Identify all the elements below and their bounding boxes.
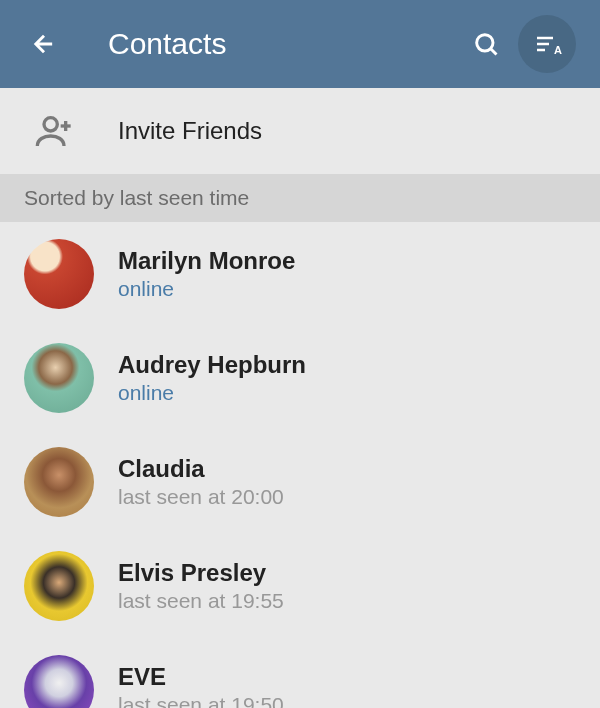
contact-info: Elvis Presley last seen at 19:55 [118, 559, 284, 613]
search-icon [472, 30, 500, 58]
sort-alpha-icon: A [531, 28, 563, 60]
search-button[interactable] [466, 24, 506, 64]
invite-friends-row[interactable]: Invite Friends [0, 88, 600, 174]
contact-name: EVE [118, 663, 284, 691]
back-arrow-icon [30, 30, 58, 58]
sort-button[interactable]: A [518, 15, 576, 73]
invite-friends-label: Invite Friends [118, 117, 262, 145]
contact-row[interactable]: Marilyn Monroe online [0, 222, 600, 326]
contact-info: Claudia last seen at 20:00 [118, 455, 284, 509]
contact-row[interactable]: Elvis Presley last seen at 19:55 [0, 534, 600, 638]
contact-row[interactable]: Claudia last seen at 20:00 [0, 430, 600, 534]
contact-status: online [118, 381, 306, 405]
contact-info: EVE last seen at 19:50 [118, 663, 284, 708]
contacts-list: Marilyn Monroe online Audrey Hepburn onl… [0, 222, 600, 708]
contact-status: last seen at 19:55 [118, 589, 284, 613]
contact-name: Audrey Hepburn [118, 351, 306, 379]
contact-name: Claudia [118, 455, 284, 483]
avatar [24, 239, 94, 309]
avatar [24, 343, 94, 413]
contact-status: last seen at 20:00 [118, 485, 284, 509]
contact-status: last seen at 19:50 [118, 693, 284, 708]
back-button[interactable] [24, 24, 64, 64]
svg-point-0 [477, 35, 493, 51]
contact-name: Marilyn Monroe [118, 247, 295, 275]
contact-info: Audrey Hepburn online [118, 351, 306, 405]
contact-name: Elvis Presley [118, 559, 284, 587]
sort-label: Sorted by last seen time [0, 174, 600, 222]
page-title: Contacts [108, 27, 466, 61]
contact-row[interactable]: Audrey Hepburn online [0, 326, 600, 430]
contact-status: online [118, 277, 295, 301]
header-bar: Contacts A [0, 0, 600, 88]
contact-info: Marilyn Monroe online [118, 247, 295, 301]
add-person-icon [34, 111, 74, 151]
avatar [24, 551, 94, 621]
avatar [24, 447, 94, 517]
svg-point-5 [44, 118, 57, 131]
avatar [24, 655, 94, 708]
svg-text:A: A [554, 44, 562, 56]
contact-row[interactable]: EVE last seen at 19:50 [0, 638, 600, 708]
